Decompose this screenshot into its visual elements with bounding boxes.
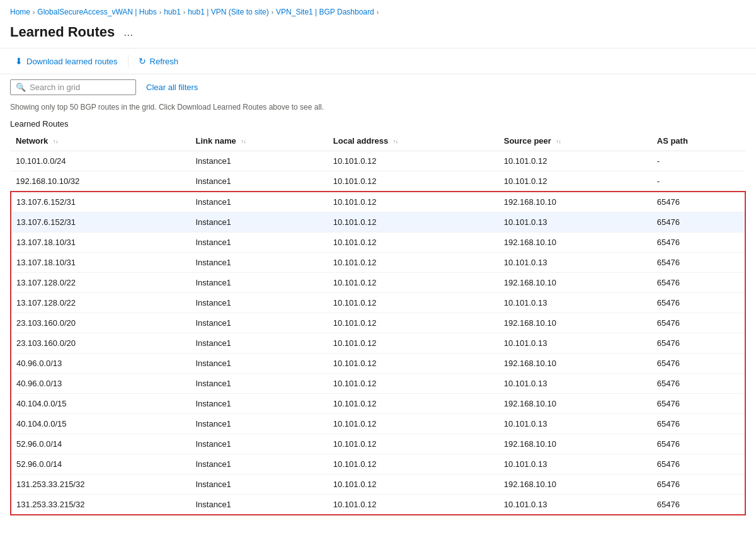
cell-link-name: Instance1: [190, 374, 328, 394]
table-row: 10.101.0.0/24Instance110.101.0.1210.101.…: [11, 151, 745, 171]
col-source-sort[interactable]: ↑↓: [556, 139, 561, 144]
cell-as-path: 65476: [652, 434, 745, 454]
cell-link-name: Instance1: [190, 273, 328, 293]
table-row: 13.107.18.10/31Instance110.101.0.12192.1…: [11, 233, 745, 253]
cell-network: 23.103.160.0/20: [11, 313, 190, 333]
cell-local-address: 10.101.0.12: [328, 354, 499, 374]
col-link-name: Link name ↑↓: [190, 131, 328, 151]
routes-table: Network ↑↓ Link name ↑↓ Local address ↑↓…: [10, 131, 746, 515]
breadcrumb-hub1[interactable]: hub1: [164, 8, 181, 16]
cell-source-peer: 10.101.0.13: [499, 293, 652, 313]
col-link-name-label: Link name: [195, 136, 236, 146]
cell-local-address: 10.101.0.12: [328, 495, 499, 515]
breadcrumb-vpn[interactable]: hub1 | VPN (Site to site): [188, 8, 269, 16]
cell-source-peer: 10.101.0.13: [499, 253, 652, 273]
cell-network: 13.107.6.152/31: [11, 192, 190, 212]
page-title: Learned Routes: [10, 24, 115, 40]
cell-local-address: 10.101.0.12: [328, 313, 499, 333]
cell-link-name: Instance1: [190, 434, 328, 454]
cell-network: 13.107.18.10/31: [11, 253, 190, 273]
table-row: 40.104.0.0/15Instance110.101.0.1210.101.…: [11, 414, 745, 434]
cell-source-peer: 192.168.10.10: [499, 313, 652, 333]
table-header-row: Network ↑↓ Link name ↑↓ Local address ↑↓…: [11, 131, 745, 151]
cell-link-name: Instance1: [190, 333, 328, 354]
cell-source-peer: 192.168.10.10: [499, 192, 652, 212]
cell-source-peer: 10.101.0.13: [499, 333, 652, 354]
cell-as-path: 65476: [652, 333, 745, 354]
search-box[interactable]: 🔍: [10, 79, 136, 95]
refresh-icon: ↻: [139, 56, 146, 66]
cell-network: 40.104.0.0/15: [11, 414, 190, 434]
search-icon: 🔍: [16, 83, 26, 92]
table-row: 23.103.160.0/20Instance110.101.0.1210.10…: [11, 333, 745, 354]
cell-source-peer: 10.101.0.13: [499, 374, 652, 394]
cell-local-address: 10.101.0.12: [328, 171, 499, 192]
breadcrumb-home[interactable]: Home: [10, 8, 30, 16]
clear-filters-button[interactable]: Clear all filters: [141, 80, 203, 95]
cell-source-peer: 10.101.0.12: [499, 151, 652, 171]
col-local-sort[interactable]: ↑↓: [393, 139, 398, 144]
refresh-label: Refresh: [150, 57, 179, 66]
cell-as-path: 65476: [652, 374, 745, 394]
refresh-button[interactable]: ↻ Refresh: [134, 54, 184, 69]
breadcrumb: Home › GlobalSecureAccess_vWAN | Hubs › …: [0, 0, 756, 21]
info-text: Showing only top 50 BGP routes in the gr…: [0, 100, 756, 117]
cell-network: 40.104.0.0/15: [11, 394, 190, 414]
table-row: 131.253.33.215/32Instance110.101.0.1210.…: [11, 495, 745, 515]
breadcrumb-gsavwan[interactable]: GlobalSecureAccess_vWAN | Hubs: [37, 8, 156, 16]
ellipsis-button[interactable]: ...: [120, 25, 137, 40]
cell-link-name: Instance1: [190, 313, 328, 333]
cell-local-address: 10.101.0.12: [328, 374, 499, 394]
cell-local-address: 10.101.0.12: [328, 192, 499, 212]
search-input[interactable]: [30, 83, 130, 92]
col-network: Network ↑↓: [11, 131, 190, 151]
cell-link-name: Instance1: [190, 171, 328, 192]
cell-network: 13.107.128.0/22: [11, 293, 190, 313]
cell-as-path: 65476: [652, 495, 745, 515]
cell-link-name: Instance1: [190, 414, 328, 434]
col-network-sort[interactable]: ↑↓: [53, 139, 58, 144]
cell-link-name: Instance1: [190, 212, 328, 233]
toolbar: ⬇ Download learned routes ↻ Refresh: [0, 49, 756, 74]
col-local-address: Local address ↑↓: [328, 131, 499, 151]
col-link-sort[interactable]: ↑↓: [241, 139, 246, 144]
cell-network: 131.253.33.215/32: [11, 495, 190, 515]
cell-network: 13.107.128.0/22: [11, 273, 190, 293]
cell-network: 52.96.0.0/14: [11, 454, 190, 474]
col-source-label: Source peer: [504, 136, 551, 146]
filter-bar: 🔍 Clear all filters: [0, 74, 756, 100]
cell-local-address: 10.101.0.12: [328, 414, 499, 434]
cell-source-peer: 10.101.0.13: [499, 414, 652, 434]
breadcrumb-bgp[interactable]: VPN_Site1 | BGP Dashboard: [276, 8, 374, 16]
cell-local-address: 10.101.0.12: [328, 474, 499, 495]
table-row: 23.103.160.0/20Instance110.101.0.12192.1…: [11, 313, 745, 333]
page-header: Learned Routes ...: [0, 21, 756, 49]
cell-local-address: 10.101.0.12: [328, 394, 499, 414]
cell-as-path: 65476: [652, 253, 745, 273]
cell-local-address: 10.101.0.12: [328, 151, 499, 171]
cell-source-peer: 192.168.10.10: [499, 354, 652, 374]
col-aspath-label: AS path: [657, 136, 688, 146]
cell-source-peer: 192.168.10.10: [499, 273, 652, 293]
table-row: 13.107.6.152/31Instance110.101.0.1210.10…: [11, 212, 745, 233]
cell-local-address: 10.101.0.12: [328, 454, 499, 474]
cell-local-address: 10.101.0.12: [328, 212, 499, 233]
cell-network: 131.253.33.215/32: [11, 474, 190, 495]
col-local-addr-label: Local address: [333, 136, 388, 146]
download-label: Download learned routes: [26, 57, 118, 66]
cell-network: 192.168.10.10/32: [11, 171, 190, 192]
breadcrumb-sep-5: ›: [377, 9, 379, 16]
download-icon: ⬇: [15, 56, 23, 66]
cell-network: 40.96.0.0/13: [11, 354, 190, 374]
cell-source-peer: 10.101.0.12: [499, 171, 652, 192]
cell-link-name: Instance1: [190, 394, 328, 414]
cell-source-peer: 10.101.0.13: [499, 454, 652, 474]
cell-as-path: 65476: [652, 454, 745, 474]
cell-source-peer: 192.168.10.10: [499, 434, 652, 454]
table-row: 52.96.0.0/14Instance110.101.0.1210.101.0…: [11, 454, 745, 474]
cell-link-name: Instance1: [190, 233, 328, 253]
cell-network: 23.103.160.0/20: [11, 333, 190, 354]
download-button[interactable]: ⬇ Download learned routes: [10, 54, 123, 69]
cell-network: 40.96.0.0/13: [11, 374, 190, 394]
cell-as-path: 65476: [652, 313, 745, 333]
